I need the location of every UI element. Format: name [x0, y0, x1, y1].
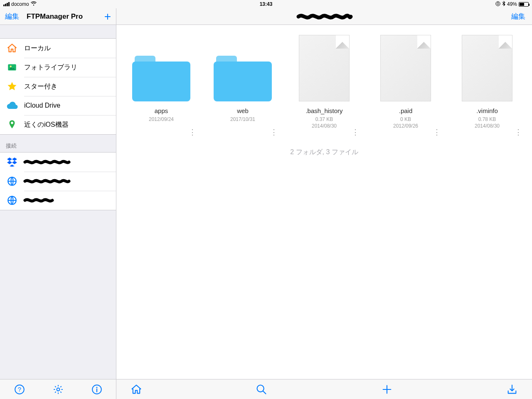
svg-point-3 — [11, 122, 13, 124]
file-icon — [462, 35, 512, 101]
location-pin-icon — [6, 118, 18, 131]
file-name: .bash_history — [305, 107, 342, 114]
file-tile[interactable]: .viminfo 0.78 KB2014/08/30 ⋮ — [446, 35, 528, 143]
file-name: web — [237, 107, 249, 114]
sidebar-item-nearby[interactable]: 近くのiOS機器 — [0, 115, 116, 134]
status-bar: docomo 13:43 49% — [0, 0, 532, 8]
sidebar-toolbar: ? — [0, 379, 116, 399]
sidebar-header: 編集 FTPManager Pro + — [0, 8, 116, 25]
app-title: FTPManager Pro — [27, 12, 83, 21]
file-icon — [299, 35, 350, 101]
folder-tile[interactable]: web 2017/10/31 ⋮ — [202, 35, 283, 143]
more-icon[interactable]: ⋮ — [515, 131, 522, 134]
dropbox-icon — [6, 156, 18, 168]
file-name: .viminfo — [476, 107, 498, 114]
folder-icon — [132, 56, 190, 101]
file-date: 2014/08/30 — [312, 123, 337, 129]
globe-icon — [6, 194, 18, 207]
svg-rect-11 — [96, 388, 97, 392]
file-size: 0.78 KB — [478, 116, 496, 122]
main-header: 編集 — [116, 8, 532, 25]
file-name: .paid — [399, 107, 413, 114]
home-icon — [6, 42, 18, 54]
search-button[interactable] — [251, 384, 271, 395]
svg-point-2 — [10, 66, 12, 67]
sidebar-item-local[interactable]: ローカル — [0, 39, 116, 58]
sidebar-item-starred[interactable]: スター付き — [0, 77, 116, 96]
file-grid: apps 2012/09/24 ⋮ web 2017/10/31 ⋮ .bash… — [116, 25, 532, 146]
path-title-redacted — [297, 12, 351, 22]
info-button[interactable] — [84, 384, 109, 395]
more-icon[interactable]: ⋮ — [270, 131, 278, 134]
more-icon[interactable]: ⋮ — [189, 131, 196, 134]
download-button[interactable] — [502, 384, 522, 395]
sidebar-section-connections: 接続 — [0, 135, 116, 152]
file-date: 2014/08/30 — [475, 123, 500, 129]
file-date: 2012/09/24 — [149, 116, 174, 122]
folder-icon — [214, 56, 272, 101]
carrier-label: docomo — [11, 1, 29, 7]
svg-line-13 — [263, 391, 266, 394]
svg-text:?: ? — [17, 386, 21, 393]
file-date: 2017/10/31 — [230, 116, 255, 122]
wifi-icon — [31, 1, 37, 7]
sidebar-locations: ローカル フォトライブラリ スター付き iCloud Drive 近くのiOS機… — [0, 38, 116, 135]
main-edit-button[interactable]: 編集 — [511, 12, 525, 21]
home-button[interactable] — [126, 384, 146, 395]
star-icon — [6, 80, 18, 93]
sidebar-item-label: ローカル — [24, 44, 51, 53]
battery-icon — [519, 2, 529, 7]
redacted-label — [24, 177, 70, 185]
globe-icon — [6, 175, 18, 187]
sidebar-item-label: iCloud Drive — [24, 102, 60, 109]
main-panel: 編集 apps 2012/09/24 ⋮ web 2017/10/31 ⋮ .b… — [116, 8, 532, 399]
redacted-label — [24, 158, 70, 166]
bluetooth-icon — [502, 1, 505, 7]
photos-icon — [6, 61, 18, 74]
folder-summary: 2 フォルダ, 3 ファイル — [116, 148, 532, 157]
file-size: 0 KB — [400, 116, 411, 122]
add-connection-button[interactable]: + — [104, 11, 111, 22]
redacted-label — [24, 196, 57, 204]
sidebar-edit-button[interactable]: 編集 — [5, 12, 19, 21]
sidebar-connections — [0, 152, 116, 210]
file-icon — [380, 35, 431, 101]
main-toolbar — [116, 379, 532, 399]
orientation-lock-icon — [495, 1, 500, 7]
help-button[interactable]: ? — [7, 384, 32, 395]
folder-tile[interactable]: apps 2012/09/24 ⋮ — [121, 35, 202, 143]
file-date: 2012/09/26 — [393, 123, 418, 129]
connection-dropbox[interactable] — [0, 153, 116, 172]
file-tile[interactable]: .bash_history 0.37 KB2014/08/30 ⋮ — [283, 35, 365, 143]
cloud-icon — [6, 99, 18, 112]
sidebar-item-label: スター付き — [24, 82, 57, 91]
clock: 13:43 — [260, 1, 273, 7]
connection-server-1[interactable] — [0, 172, 116, 191]
file-name: apps — [155, 107, 168, 114]
sidebar-item-icloud[interactable]: iCloud Drive — [0, 96, 116, 115]
new-button[interactable] — [377, 384, 397, 395]
file-size: 0.37 KB — [315, 116, 333, 122]
sidebar-item-label: 近くのiOS機器 — [24, 121, 69, 129]
more-icon[interactable]: ⋮ — [433, 131, 441, 134]
svg-point-8 — [57, 388, 59, 391]
svg-point-10 — [96, 387, 97, 388]
battery-pct: 49% — [507, 1, 517, 7]
sidebar: 編集 FTPManager Pro + ローカル フォトライブラリ スター付き — [0, 8, 116, 399]
more-icon[interactable]: ⋮ — [352, 131, 359, 134]
signal-icon — [3, 2, 10, 6]
sidebar-item-label: フォトライブラリ — [24, 63, 77, 72]
sidebar-item-photo-library[interactable]: フォトライブラリ — [0, 58, 116, 77]
connection-server-2[interactable] — [0, 191, 116, 210]
settings-button[interactable] — [46, 384, 71, 395]
file-tile[interactable]: .paid 0 KB2012/09/26 ⋮ — [365, 35, 446, 143]
